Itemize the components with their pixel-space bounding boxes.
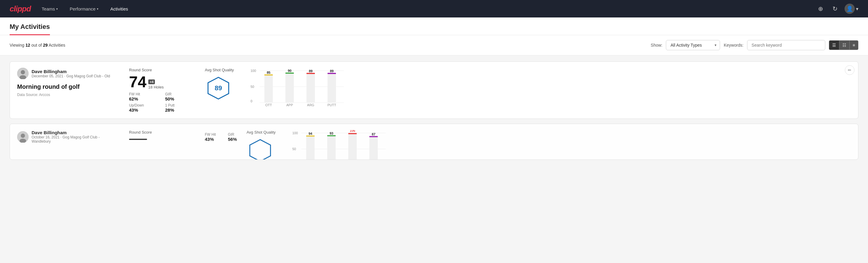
avatar: [17, 131, 29, 143]
svg-text:87: 87: [372, 133, 375, 136]
nav-teams[interactable]: Teams ▾: [40, 4, 59, 14]
updown-value: 43%: [129, 108, 159, 113]
score-row: [129, 136, 195, 140]
activities-list: ✏ Dave Billingham December 05, 2021 · Go…: [0, 55, 868, 166]
user-menu[interactable]: 👤 ▾: [844, 4, 858, 14]
refresh-icon[interactable]: ↻: [830, 4, 840, 13]
svg-rect-15: [285, 72, 294, 103]
svg-text:85: 85: [267, 71, 270, 74]
navbar: clippd Teams ▾ Performance ▾ Activities …: [0, 0, 868, 18]
svg-text:50: 50: [251, 85, 254, 88]
pencil-icon: ✏: [848, 68, 851, 72]
nav-performance[interactable]: Performance ▾: [69, 4, 99, 14]
compact-icon: ≡: [852, 43, 855, 48]
avg-shot-quality: Avg Shot Quality: [247, 130, 283, 160]
view-grid-button[interactable]: ☷: [839, 40, 850, 50]
viewing-text: Viewing 12 out of 29 Activities: [10, 43, 65, 48]
view-compact-button[interactable]: ≡: [850, 40, 858, 50]
grid-icon: ☷: [842, 43, 846, 48]
card-stats: Round Score 74 +4 18 Holes FW Hit 62% GI…: [129, 68, 195, 113]
edit-button[interactable]: ✏: [845, 65, 855, 75]
svg-text:94: 94: [309, 132, 312, 136]
svg-text:ARG: ARG: [307, 103, 314, 107]
navbar-right: ⊕ ↻ 👤 ▾: [816, 4, 858, 14]
search-input[interactable]: [747, 40, 825, 50]
viewing-suffix: Activities: [49, 43, 65, 48]
card-left: Dave Billingham October 16, 2021 · Gog M…: [17, 130, 119, 145]
card-chart: 100 50 0 94 OTT 93 APP 106: [292, 130, 851, 160]
avg-shot-quality-label: Avg Shot Quality: [205, 68, 234, 72]
add-icon[interactable]: ⊕: [816, 4, 825, 13]
score-badge: +4: [148, 80, 155, 84]
bar-chart: 100 50 0 85 OTT 90 APP 89: [251, 68, 347, 107]
nav-activities[interactable]: Activities: [109, 4, 129, 14]
activity-card: ✏ Dave Billingham December 05, 2021 · Go…: [10, 61, 858, 119]
svg-text:0: 0: [251, 99, 252, 103]
user-info: Dave Billingham October 16, 2021 · Gog M…: [32, 130, 119, 144]
bar-chart: 100 50 0 94 OTT 93 APP 106: [292, 130, 389, 160]
hexagon-icon: [248, 139, 272, 160]
svg-rect-38: [306, 136, 315, 137]
viewing-middle: out of: [31, 43, 42, 48]
hexagon-wrapper: 89: [205, 75, 232, 102]
user-row: Dave Billingham December 05, 2021 · Gog …: [17, 68, 119, 79]
gir-group: GIR 50%: [165, 92, 195, 101]
holes-text: 18 Holes: [148, 85, 164, 89]
svg-text:PUTT: PUTT: [328, 103, 336, 107]
show-label: Show:: [651, 43, 662, 48]
activity-type-dropdown[interactable]: All Activity Types: [666, 40, 720, 50]
page-title: My Activities: [10, 18, 50, 35]
avatar: [17, 68, 29, 79]
user-date: October 16, 2021 · Gog Magog Golf Club -…: [32, 135, 119, 144]
avatar-chevron-icon: ▾: [856, 6, 858, 12]
svg-rect-50: [369, 136, 378, 137]
fw-hit-value: 43%: [205, 137, 216, 142]
svg-rect-45: [348, 133, 357, 160]
svg-rect-11: [265, 74, 273, 103]
svg-marker-29: [250, 140, 270, 160]
fw-hit-label: FW Hit: [129, 92, 159, 96]
avatar: 👤: [844, 4, 855, 14]
svg-rect-49: [369, 136, 378, 160]
viewing-total: 29: [43, 43, 48, 48]
avg-shot-quality: Avg Shot Quality 89: [205, 68, 241, 102]
updown-label: Up/Down: [129, 103, 159, 108]
activity-title: Morning round of golf: [17, 83, 119, 90]
nav-teams-label: Teams: [42, 6, 55, 11]
round-score-label: Round Score: [129, 130, 195, 135]
gir-value: 50%: [165, 96, 195, 101]
mini-stats: FW Hit 62% GIR 50% Up/Down 43% 1 Putt 28…: [129, 92, 195, 113]
svg-point-27: [21, 134, 25, 138]
teams-chevron-icon: ▾: [56, 7, 58, 10]
list-icon: ☰: [832, 43, 836, 48]
fw-hit-partial: FW Hit 43%: [205, 133, 216, 142]
svg-text:93: 93: [330, 132, 333, 135]
updown-group: Up/Down 43%: [129, 103, 159, 113]
performance-chevron-icon: ▾: [97, 7, 98, 10]
card-stats: Round Score: [129, 130, 195, 141]
svg-text:100: 100: [292, 131, 298, 135]
gir-label: GIR: [165, 92, 195, 96]
nav-activities-label: Activities: [111, 6, 128, 11]
brand-logo[interactable]: clippd: [10, 4, 31, 13]
keywords-label: Keywords:: [724, 43, 743, 48]
svg-text:89: 89: [309, 69, 312, 73]
view-list-button[interactable]: ☰: [829, 40, 839, 50]
fw-hit-value: 62%: [129, 96, 159, 101]
page-header: My Activities: [0, 18, 868, 35]
svg-text:100: 100: [251, 69, 256, 72]
activity-type-dropdown-wrapper: All Activity Types ▾: [666, 40, 720, 50]
one-putt-group: 1 Putt 28%: [165, 103, 195, 113]
card-left: Dave Billingham December 05, 2021 · Gog …: [17, 68, 119, 97]
svg-text:50: 50: [292, 147, 296, 151]
hexagon-wrapper: [247, 137, 274, 160]
svg-point-1: [21, 70, 25, 74]
svg-rect-19: [307, 73, 315, 103]
svg-rect-20: [307, 73, 315, 74]
svg-rect-16: [285, 72, 294, 74]
avg-shot-quality-label: Avg Shot Quality: [247, 130, 276, 135]
one-putt-label: 1 Putt: [165, 103, 195, 108]
round-score-label: Round Score: [129, 68, 195, 72]
fw-hit-group: FW Hit 62%: [129, 92, 159, 101]
svg-text:89: 89: [330, 69, 334, 73]
